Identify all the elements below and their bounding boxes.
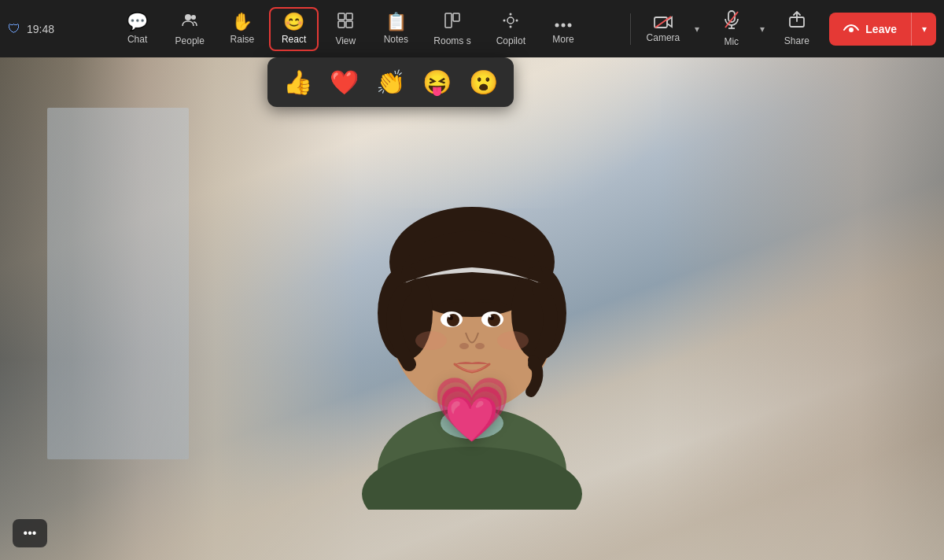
more-dots-icon: ••• — [24, 526, 37, 540]
emoji-clap[interactable]: 👏 — [371, 65, 410, 99]
people-icon — [181, 12, 198, 32]
svg-point-41 — [475, 343, 485, 349]
raise-icon: ✋ — [231, 13, 253, 31]
heart-emoji: 💗 — [433, 373, 511, 447]
leave-button[interactable]: Leave — [829, 14, 911, 43]
react-label: React — [282, 34, 306, 45]
emoji-heart[interactable]: ❤️ — [325, 65, 363, 99]
svg-rect-3 — [346, 13, 352, 20]
copilot-label: Copilot — [496, 35, 525, 46]
nav-item-copilot[interactable]: Copilot — [485, 7, 537, 51]
avatar-container: 💗 — [330, 132, 614, 510]
svg-point-42 — [415, 331, 447, 350]
svg-point-13 — [555, 23, 559, 27]
svg-point-8 — [507, 17, 514, 24]
notes-label: Notes — [384, 34, 408, 45]
svg-point-0 — [185, 14, 191, 20]
view-label: View — [335, 35, 356, 46]
video-background: 💗 — [0, 57, 944, 560]
chat-icon: 💬 — [127, 13, 148, 31]
more-icon — [555, 13, 572, 31]
nav-item-rooms[interactable]: Rooms s — [422, 7, 481, 51]
nav-item-notes[interactable]: 📋 Notes — [372, 9, 419, 50]
svg-point-15 — [568, 23, 572, 27]
leave-label: Leave — [865, 23, 897, 35]
camera-group: Camera ▾ — [639, 10, 707, 48]
rooms-label: Rooms s — [433, 35, 470, 46]
share-button[interactable]: Share — [775, 6, 818, 51]
notes-icon: 📋 — [385, 13, 407, 31]
camera-chevron[interactable]: ▾ — [688, 13, 706, 45]
more-label: More — [552, 34, 573, 45]
copilot-icon — [502, 12, 519, 32]
svg-point-12 — [516, 19, 518, 21]
raise-label: Raise — [230, 34, 255, 45]
svg-point-9 — [510, 13, 512, 15]
svg-point-23 — [849, 28, 854, 32]
video-area: 💗 ••• — [0, 57, 944, 560]
nav-item-raise[interactable]: ✋ Raise — [219, 9, 266, 50]
nav-item-react[interactable]: 😊 React — [269, 7, 319, 51]
emoji-laugh[interactable]: 😝 — [418, 65, 456, 99]
people-label: People — [175, 35, 205, 46]
nav-item-more[interactable]: More — [540, 9, 587, 50]
mic-chevron[interactable]: ▾ — [753, 13, 772, 45]
svg-rect-4 — [338, 21, 345, 28]
right-controls: Camera ▾ Mic ▾ — [639, 6, 936, 52]
leave-chevron[interactable]: ▾ — [911, 13, 936, 46]
svg-point-43 — [497, 331, 529, 350]
leave-button-group: Leave ▾ — [829, 13, 936, 46]
leave-phone-icon — [843, 22, 859, 35]
camera-icon — [654, 15, 673, 29]
svg-point-14 — [562, 23, 566, 27]
emoji-thumbsup[interactable]: 👍 — [278, 65, 317, 99]
svg-rect-2 — [338, 13, 345, 20]
svg-line-17 — [655, 17, 671, 28]
clock: 19:48 — [27, 23, 54, 35]
nav-item-people[interactable]: People — [164, 7, 216, 51]
divider — [630, 13, 631, 45]
camera-label: Camera — [647, 32, 680, 43]
camera-button[interactable]: Camera — [639, 10, 688, 48]
svg-point-39 — [489, 315, 492, 317]
svg-point-11 — [503, 19, 506, 21]
svg-rect-6 — [445, 13, 452, 28]
shield-icon: 🛡 — [8, 22, 20, 36]
view-icon — [337, 12, 354, 32]
rooms-icon — [444, 12, 461, 32]
svg-point-10 — [510, 25, 512, 28]
avatar-svg — [330, 132, 614, 510]
svg-rect-5 — [346, 21, 352, 28]
share-label: Share — [784, 35, 809, 46]
svg-rect-7 — [453, 13, 459, 21]
emoji-wow[interactable]: 😮 — [464, 65, 503, 99]
svg-point-1 — [191, 15, 196, 20]
chat-label: Chat — [127, 34, 147, 45]
svg-point-38 — [448, 315, 451, 317]
svg-point-40 — [459, 343, 469, 349]
nav-item-view[interactable]: View — [322, 7, 369, 51]
share-icon — [788, 11, 806, 32]
mic-button[interactable]: Mic — [710, 6, 753, 52]
share-group: Share — [775, 6, 818, 51]
nav-items: 💬 Chat People ✋ Raise 😊 React View — [79, 7, 622, 51]
mic-label: Mic — [724, 36, 739, 47]
mic-icon — [724, 10, 739, 33]
window-left — [47, 108, 189, 459]
react-icon: 😊 — [283, 13, 304, 31]
topbar: 🛡 19:48 💬 Chat People ✋ Raise 😊 React — [0, 0, 944, 57]
time-shield-area: 🛡 19:48 — [8, 22, 79, 36]
nav-item-chat[interactable]: 💬 Chat — [114, 9, 161, 50]
mic-group: Mic ▾ — [710, 6, 772, 52]
more-options-button[interactable]: ••• — [13, 519, 47, 547]
react-dropdown: 👍 ❤️ 👏 😝 😮 — [267, 57, 514, 107]
